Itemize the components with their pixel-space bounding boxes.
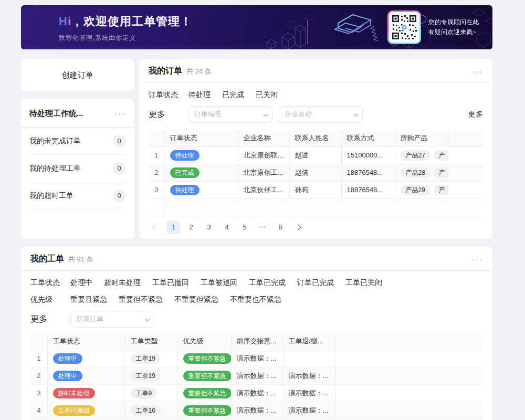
- more-dots-icon[interactable]: ···: [114, 111, 125, 116]
- col-products: 所购产品: [395, 130, 448, 146]
- ticket-status-filter: 工单状态 处理中 超时未处理 工单已撤回 工单被退回 工单已完成 订单已完成 工…: [30, 278, 483, 288]
- pagination-ellipsis[interactable]: •••: [256, 220, 269, 234]
- left-sidebar: 创建订单 待处理工作统... ··· 我的未完成订单 0 我的待处理工单 0 我…: [21, 59, 134, 239]
- filter-option-completed[interactable]: 已完成: [222, 90, 244, 100]
- page-root: Hi，欢迎使用工单管理！ 数智化管理,系统由你定义: [0, 0, 525, 420]
- phone-cell: 18876548...: [341, 164, 395, 181]
- ticket-row-3[interactable]: 3 超时未处理 工单9 重要但不紧急 演示数据：... 演示数据：...: [30, 384, 483, 402]
- page-button-2[interactable]: 2: [184, 220, 198, 234]
- order-row-3[interactable]: 3 待处理 北京伙伴工... 孙莉 18876548... 产品29产: [149, 181, 483, 198]
- stat-label: 我的待处理工单: [29, 164, 81, 173]
- priority-badge: 重要但不紧急: [183, 405, 232, 416]
- company-cell: 北京康创联...: [238, 146, 289, 164]
- withdraw-cell: 演示数据：...: [283, 367, 335, 384]
- page-button-1[interactable]: 1: [166, 220, 180, 234]
- chevron-down-icon: [263, 111, 268, 117]
- my-tickets-panel: 我的工单 共 91 条 ··· 工单状态 处理中 超时未处理 工单已撤回 工单被…: [21, 247, 492, 420]
- select-placeholder: 所属订单: [76, 314, 145, 324]
- page-button-5[interactable]: 5: [238, 220, 251, 234]
- filter-option-closed[interactable]: 已关闭: [256, 90, 278, 100]
- page-button-3[interactable]: 3: [202, 220, 216, 234]
- page-button-8[interactable]: 8: [274, 220, 287, 234]
- stat-item-overtime-tickets[interactable]: 我的超时工单 0: [29, 182, 125, 209]
- pending-stats-card: 待处理工作统... ··· 我的未完成订单 0 我的待处理工单 0 我的超时工单…: [21, 99, 134, 239]
- filter-option-ticket-done[interactable]: 工单已完成: [249, 278, 286, 288]
- chevron-right-icon: [295, 224, 301, 230]
- stat-item-pending-tickets[interactable]: 我的待处理工单 0: [29, 155, 125, 182]
- company-cell: 北京伙伴工...: [238, 181, 289, 198]
- ticket-priority-filter: 优先级 重要且紧急 重要但不紧急 不重要但紧急 不重要也不紧急: [30, 295, 483, 304]
- chevron-down-icon: [353, 111, 359, 117]
- ticket-row-2[interactable]: 2 处理中 工单19 重要但不紧急 演示数据：... 演示数据：...: [30, 367, 483, 384]
- create-order-label: 创建订单: [62, 70, 93, 80]
- count-badge: 0: [113, 135, 125, 148]
- phone-cell: 18876548...: [341, 181, 395, 198]
- stat-label: 我的超时工单: [29, 191, 74, 201]
- ticket-more-filters-row: 更多 所属订单: [30, 311, 483, 328]
- product-tag: 产品27: [401, 150, 430, 161]
- ticket-type-tag: 工单19: [131, 353, 161, 364]
- row-index: 3: [30, 384, 47, 402]
- priority-not-important-not-urgent[interactable]: 不重要也不紧急: [230, 295, 281, 304]
- filter-option-pending[interactable]: 待处理: [188, 90, 211, 100]
- order-row-2[interactable]: 2 已完成 北京康创工... 赵倩 18876548... 产品28产: [149, 164, 483, 181]
- order-row-1[interactable]: 1 待处理 北京康创联... 赵进 15100000... 产品27产: [149, 146, 483, 164]
- more-dots-icon[interactable]: ···: [472, 257, 483, 262]
- stat-item-unfinished-orders[interactable]: 我的未完成订单 0: [29, 128, 125, 155]
- parent-order-select[interactable]: 所属订单: [70, 311, 154, 328]
- row-index: 2: [149, 164, 164, 181]
- product-tag: 产品28: [401, 167, 430, 178]
- filter-option-withdrawn[interactable]: 工单已撤回: [152, 278, 189, 288]
- status-badge: 已完成: [170, 167, 200, 178]
- contact-cell: 赵倩: [289, 164, 341, 181]
- order-id-select[interactable]: 订单编号: [188, 106, 272, 123]
- filter-option-returned[interactable]: 工单被退回: [201, 278, 237, 288]
- handover-cell: 演示数据：...: [231, 350, 283, 367]
- handover-cell: 演示数据：...: [231, 367, 283, 384]
- company-name-select[interactable]: 企业名称: [279, 106, 363, 123]
- handover-cell: 演示数据：...: [231, 402, 283, 419]
- orders-table: 订单状态 企业名称 联系人姓名 联系方式 所购产品 1 待处理 北京康创联...…: [149, 130, 483, 215]
- filter-label: 订单状态: [149, 90, 188, 100]
- banner-subtitle: 数智化管理,系统由你定义: [59, 34, 192, 43]
- expand-more-link[interactable]: 更多: [468, 110, 483, 119]
- priority-badge: 重要但不紧急: [183, 353, 232, 364]
- filter-option-overtime[interactable]: 超时未处理: [104, 278, 141, 288]
- more-dots-icon[interactable]: ···: [472, 69, 483, 74]
- count-badge: 0: [113, 190, 125, 202]
- filter-option-ticket-closed[interactable]: 工单已关闭: [345, 278, 382, 288]
- priority-important-not-urgent[interactable]: 重要但不紧急: [119, 295, 163, 304]
- qr-code: [387, 10, 421, 44]
- filter-label: 工单状态: [30, 278, 70, 288]
- col-phone: 联系方式: [341, 130, 395, 146]
- col-priority: 优先级: [177, 333, 231, 350]
- create-order-button[interactable]: 创建订单: [21, 59, 134, 91]
- row-index: 4: [30, 402, 47, 419]
- withdraw-cell: [283, 350, 335, 367]
- filter-option-processing[interactable]: 处理中: [70, 278, 92, 288]
- status-badge: 处理中: [53, 353, 82, 364]
- filter-option-order-done[interactable]: 订单已完成: [297, 278, 334, 288]
- product-tag-partial: 产: [434, 150, 448, 161]
- my-orders-panel: 我的订单 共 24 条 ··· 订单状态 待处理 已完成 已关闭 更多: [139, 59, 492, 239]
- priority-badge: 重要但不紧急: [183, 371, 232, 381]
- col-order-status: 订单状态: [164, 130, 238, 146]
- page-button-4[interactable]: 4: [220, 220, 234, 234]
- banner-title: Hi，欢迎使用工单管理！: [59, 14, 192, 29]
- prev-page-button[interactable]: [149, 220, 162, 234]
- col-contact: 联系人姓名: [289, 130, 341, 146]
- next-page-button[interactable]: [291, 220, 305, 234]
- ticket-row-4[interactable]: 4 工单已撤回 工单16 重要但不紧急 演示数据：... 演示数据：...: [30, 402, 483, 419]
- select-placeholder: 订单编号: [194, 110, 263, 119]
- orders-table-header-row: 订单状态 企业名称 联系人姓名 联系方式 所购产品: [149, 130, 483, 146]
- stats-card-title: 待处理工作统...: [29, 109, 83, 119]
- phone-cell: 15100000...: [341, 146, 395, 164]
- ticket-row-1[interactable]: 1 处理中 工单19 重要但不紧急 演示数据：...: [30, 350, 483, 367]
- row-index: 1: [149, 146, 164, 164]
- product-tag-partial: 产: [434, 167, 448, 178]
- chevron-down-icon: [145, 316, 150, 321]
- product-tag: 产品29: [401, 185, 430, 195]
- priority-important-urgent[interactable]: 重要且紧急: [70, 295, 107, 304]
- priority-not-important-urgent[interactable]: 不重要但紧急: [174, 295, 218, 304]
- contact-cell: 孙莉: [289, 181, 341, 198]
